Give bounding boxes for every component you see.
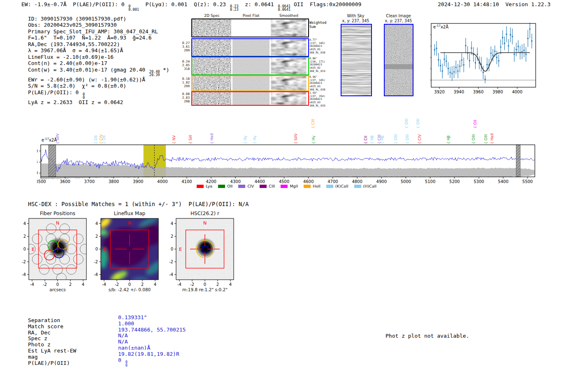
legend-swatch <box>260 185 267 188</box>
svg-text:4: 4 <box>23 221 26 226</box>
match-value: 1.000 <box>118 321 186 327</box>
match-value: N/A <box>118 333 186 339</box>
legend-item-(K)CaII: (K)CaII <box>326 184 348 188</box>
svg-text:-2: -2 <box>190 282 194 287</box>
pixelflat-image <box>232 92 269 105</box>
match-label: Est LyA rest-EW <box>28 348 76 354</box>
legend-item-OII: OII <box>218 184 232 188</box>
with-sky-cutout-image <box>341 24 372 96</box>
svg-text:-2: -2 <box>22 260 26 264</box>
masked-region <box>49 145 56 177</box>
svg-text:4: 4 <box>95 221 98 226</box>
lineflux-panel: NE420-2-4-4-2024 <box>90 217 163 288</box>
svg-text:4300: 4300 <box>230 179 241 184</box>
info-line: P(LAE)/P(OII): 0 00 <box>28 89 170 99</box>
legend-swatch <box>238 185 245 188</box>
spectrum-units-label: e-17x2Å <box>41 137 57 142</box>
spec2d-row <box>191 75 309 91</box>
match-label: Separation <box>28 318 76 324</box>
line-label-OIII: { OIII <box>484 134 488 144</box>
svg-text:-4: -4 <box>22 272 26 277</box>
svg-text:3600: 3600 <box>60 179 70 184</box>
spec2d-row-stats: 0.273.61299 <box>174 41 190 52</box>
svg-text:5300: 5300 <box>474 179 484 184</box>
svg-text:5: 5 <box>37 160 38 164</box>
line-label-Hβ: { Hβ <box>370 135 374 144</box>
svg-text:3500: 3500 <box>37 179 46 184</box>
spec2d-row-stats: 0.181.82299 <box>174 77 190 88</box>
info-line: F=1.6" T=0.107 N̄=1.22 Ā=0.93 ḡ=24.6 <box>28 35 170 41</box>
legend-item-Lyα: Lyα <box>197 184 212 188</box>
line-label-OII: { OII <box>473 120 477 128</box>
fiber-panel: NE420-2-4-4-2024 <box>18 217 91 288</box>
line-label-CII: { CII <box>364 136 368 144</box>
spec2d-image <box>192 58 231 74</box>
svg-text:0: 0 <box>128 282 131 287</box>
line-label-OIII: { OIII <box>471 134 476 144</box>
spec2d-row <box>191 38 309 57</box>
line-label-SiIV: { SiIV <box>56 133 60 144</box>
line-label-NV: { NV <box>172 135 176 144</box>
info-line: S/N = 5.8(±2.0) χ² = 0.8(±0.0) <box>28 83 170 89</box>
match-label: mag <box>28 354 76 360</box>
with-sky-coords: x, y: 237, 345 <box>334 19 377 23</box>
svg-text:3800: 3800 <box>109 179 119 184</box>
match-value: N/A <box>118 339 186 345</box>
svg-text:5200: 5200 <box>449 179 460 184</box>
elixer-report-page: EW: -1.9±-0.7Å P(LAE)/P(OII): 0 00.001 P… <box>0 0 576 392</box>
svg-text:E: E <box>104 247 107 252</box>
spec2d-row-annotation: 0.86"(236, 171)20200423v025_02308_RL_019 <box>309 57 335 73</box>
clean-image-title: Clean Image x, y: 237, 345 <box>377 14 420 23</box>
smoothed-image <box>271 19 307 37</box>
line-label-OIII: { OIII <box>394 134 398 144</box>
info-line: ID: 3090157930 (3090157930.pdf) <box>28 16 170 22</box>
masked-region <box>516 145 520 177</box>
line-label-OIII: { OIII <box>416 118 420 128</box>
pixelflat-image <box>232 39 269 56</box>
legend-item-MgII: MgII <box>281 184 298 188</box>
svg-text:E: E <box>179 247 182 252</box>
svg-text:-2: -2 <box>94 260 98 264</box>
svg-text:E: E <box>32 247 35 252</box>
spec2d-row-annotation: 0.77"(237, 345)20200423v025_01308_RL_038 <box>309 39 335 55</box>
spec2d-row-stats: 0.242.05318 <box>174 60 190 71</box>
svg-text:4600: 4600 <box>303 179 314 184</box>
pixelflat-image <box>232 58 269 74</box>
fiber-panel-xlabel: arcsecs <box>21 287 95 292</box>
svg-text:N: N <box>56 220 59 226</box>
spec2d-image <box>192 19 231 37</box>
legend-item-CIII: CIII <box>260 184 275 188</box>
svg-text:-4: -4 <box>30 282 34 287</box>
legend-swatch <box>326 185 333 188</box>
svg-text:-2: -2 <box>43 282 47 287</box>
spec2d-image <box>192 39 231 56</box>
svg-text:-2: -2 <box>115 282 119 287</box>
line-label-HeII: { HeII <box>210 133 214 144</box>
legend-swatch <box>281 185 288 188</box>
svg-text:4: 4 <box>154 282 156 287</box>
svg-text:4900: 4900 <box>376 179 387 184</box>
spec2d-row-annotation: 0.96"(237, 345)20200423v025_03308_RL_038 <box>309 76 335 92</box>
hsc-dex-heading: HSC-DEX : Possible Matches = 1 (within +… <box>28 201 249 207</box>
line-label-Hγ: { Hγ <box>311 135 316 144</box>
info-line: LyA z = 2.2633 OII z = 0.0642 <box>28 99 170 105</box>
legend-swatch <box>218 185 225 188</box>
svg-text:3960: 3960 <box>473 90 483 94</box>
info-line: λ = 3967.06Å σ = 4.94(±1.65)Å <box>28 47 170 53</box>
hsc-panel-xlabel: m:19.8 re:1.2" s:0.2" <box>168 287 242 292</box>
smoothed-image <box>271 58 307 74</box>
svg-text:3980: 3980 <box>492 90 503 94</box>
line-fit-zoom-plot: 3920394039603980400002468 <box>430 23 538 97</box>
match-value: 0.139331" <box>118 315 186 321</box>
legend-swatch <box>197 185 204 188</box>
match-value: nan(±nan)Å <box>118 345 186 351</box>
line-label-Hβ: { Hβ <box>380 135 384 144</box>
line-label-HeII: { HeII <box>490 133 494 144</box>
spec2d-row <box>191 57 309 75</box>
svg-text:0: 0 <box>204 282 206 287</box>
info-line: RA,Dec (193.744934,55.700222) <box>28 41 170 47</box>
col-header-2dspec: 2D Spec <box>195 14 229 18</box>
lineflux-map-title: Lineflux Map <box>101 211 158 216</box>
spec2d-row-stats: 0.082.83298 <box>174 92 190 103</box>
svg-text:3900: 3900 <box>133 179 143 184</box>
